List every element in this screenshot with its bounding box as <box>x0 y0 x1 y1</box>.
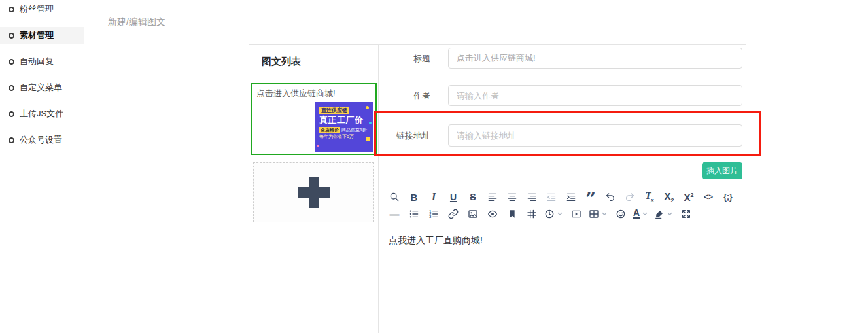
toolbar-superscript-button[interactable]: X2 <box>682 190 696 204</box>
fullscreen-icon <box>681 209 691 219</box>
sidebar-item-label: 自动回复 <box>20 56 54 67</box>
toolbar-highlight-button[interactable] <box>654 207 674 221</box>
undo-icon <box>605 192 616 202</box>
strikethrough-icon: S <box>470 192 476 202</box>
toolbar-search-button[interactable] <box>387 190 402 204</box>
toolbar-indent-button[interactable] <box>564 190 578 204</box>
banner-promo-badge: 全店特价 <box>319 127 340 133</box>
italic-icon: I <box>432 192 436 202</box>
search-icon <box>389 192 400 202</box>
toolbar-emoji-button[interactable] <box>614 207 628 221</box>
toolbar-blockquote-button[interactable]: ” <box>583 190 598 204</box>
circle-icon <box>9 111 14 117</box>
link-label: 链接地址 <box>379 130 430 142</box>
toolbar-align-right-button[interactable] <box>525 190 539 204</box>
toolbar-fullscreen-button[interactable] <box>679 207 693 221</box>
blockquote-icon: ” <box>585 190 596 204</box>
sidebar-item[interactable]: 上传JS文件 <box>0 105 84 122</box>
decor-dot <box>366 137 370 141</box>
align-center-icon <box>507 192 517 202</box>
toolbar-bold-button[interactable]: B <box>407 190 421 204</box>
highlight-icon <box>654 209 665 219</box>
link-input[interactable] <box>448 124 742 147</box>
toolbar-code-block-button[interactable]: {;} <box>721 190 735 204</box>
toolbar-row-1: BIUS”TxX2X2<>{;} <box>387 188 746 205</box>
sidebar-item[interactable]: 素材管理 <box>0 27 84 44</box>
clear-format-icon: Tx <box>645 191 654 203</box>
title-label: 标题 <box>379 53 430 65</box>
toolbar-insert-video-button[interactable] <box>569 207 583 221</box>
rich-text-editor: BIUS”TxX2X2<>{;} —A 点我进入工厂直购商城! <box>379 184 746 333</box>
form-area: 标题 作者 链接地址 插入图片 BIUS”TxX2X2<>{;} —A 点我进入… <box>378 44 746 333</box>
preview-icon <box>487 209 498 219</box>
toolbar-redo-button[interactable] <box>623 190 637 204</box>
banner-headline: 真正工厂价 <box>319 115 373 125</box>
article-card-selected[interactable]: 点击进入供应链商城! 直连供应链 真正工厂价 全店特价 商品低至1折 每年为你省… <box>251 83 377 155</box>
align-right-icon <box>527 192 537 202</box>
toolbar-insert-table-button[interactable] <box>589 207 608 221</box>
article-list-panel: 图文列表 点击进入供应链商城! 直连供应链 真正工厂价 全店特价 商品低至1折 … <box>249 44 379 228</box>
page-break-icon <box>527 209 537 219</box>
emoji-icon <box>616 209 626 219</box>
toolbar-ordered-list-button[interactable] <box>426 207 441 221</box>
insert-link-icon <box>448 209 459 219</box>
circle-icon <box>9 7 14 12</box>
sidebar-item-label: 素材管理 <box>20 29 54 41</box>
redo-icon <box>625 192 635 202</box>
font-color-icon: A <box>633 209 640 219</box>
superscript-icon: X2 <box>684 192 693 202</box>
toolbar-preview-button[interactable] <box>485 207 500 221</box>
insert-image-icon <box>468 209 478 219</box>
article-thumbnail: 直连供应链 真正工厂价 全店特价 商品低至1折 每年为你省下5万 <box>315 102 373 152</box>
toolbar-insert-link-button[interactable] <box>446 207 460 221</box>
sidebar-item[interactable]: 公众号设置 <box>0 131 84 149</box>
toolbar-undo-button[interactable] <box>603 190 617 204</box>
bullet-list-icon <box>409 209 419 219</box>
author-label: 作者 <box>379 90 430 102</box>
sidebar-item-label: 粉丝管理 <box>20 3 54 15</box>
insert-table-icon <box>589 209 599 219</box>
toolbar-align-left-button[interactable] <box>485 190 500 204</box>
toolbar-bullet-list-button[interactable] <box>407 207 421 221</box>
align-left-icon <box>487 192 498 202</box>
horizontal-rule-icon: — <box>390 209 400 219</box>
add-article-card[interactable] <box>253 162 374 222</box>
inline-code-icon: <> <box>704 193 713 201</box>
toolbar-horizontal-rule-button[interactable]: — <box>387 207 402 221</box>
bold-icon: B <box>411 192 418 202</box>
decor-dot <box>369 122 372 124</box>
page: 粉丝管理素材管理自动回复自定义菜单上传JS文件公众号设置 新建/编辑图文 图文列… <box>0 0 868 333</box>
toolbar-font-color-button[interactable]: A <box>633 207 649 221</box>
toolbar-insert-time-button[interactable] <box>544 207 564 221</box>
sidebar-item-label: 上传JS文件 <box>20 108 63 120</box>
toolbar-strikethrough-button[interactable]: S <box>466 190 480 204</box>
insert-time-icon <box>544 209 555 219</box>
toolbar-page-break-button[interactable] <box>525 207 539 221</box>
toolbar-italic-button[interactable]: I <box>426 190 441 204</box>
toolbar-subscript-button[interactable]: X2 <box>662 190 676 204</box>
toolbar-underline-button[interactable]: U <box>446 190 460 204</box>
author-input[interactable] <box>448 85 742 106</box>
toolbar-bookmark-button[interactable] <box>505 207 519 221</box>
sidebar-item[interactable]: 自动回复 <box>0 53 84 70</box>
toolbar-insert-image-button[interactable] <box>466 207 480 221</box>
sidebar-item[interactable]: 粉丝管理 <box>0 1 84 18</box>
sidebar-item[interactable]: 自定义菜单 <box>0 79 84 96</box>
outdent-icon <box>546 192 557 202</box>
toolbar-clear-format-button[interactable]: Tx <box>642 190 657 204</box>
insert-video-icon <box>571 209 582 219</box>
insert-image-button[interactable]: 插入图片 <box>702 162 742 179</box>
toolbar-align-center-button[interactable] <box>505 190 519 204</box>
circle-icon <box>9 85 14 91</box>
banner-promo-text: 商品低至1折 <box>341 127 367 133</box>
ordered-list-icon <box>428 209 439 219</box>
sidebar-item-label: 公众号设置 <box>20 134 62 146</box>
title-input[interactable] <box>448 48 742 69</box>
article-list-header: 图文列表 <box>249 45 378 68</box>
decor-dot <box>317 145 319 147</box>
toolbar-inline-code-button[interactable]: <> <box>701 190 716 204</box>
page-title: 新建/编辑图文 <box>108 16 165 28</box>
editor-content[interactable]: 点我进入工厂直购商城! <box>379 226 746 255</box>
toolbar-outdent-button[interactable] <box>544 190 559 204</box>
code-block-icon: {;} <box>723 193 732 201</box>
